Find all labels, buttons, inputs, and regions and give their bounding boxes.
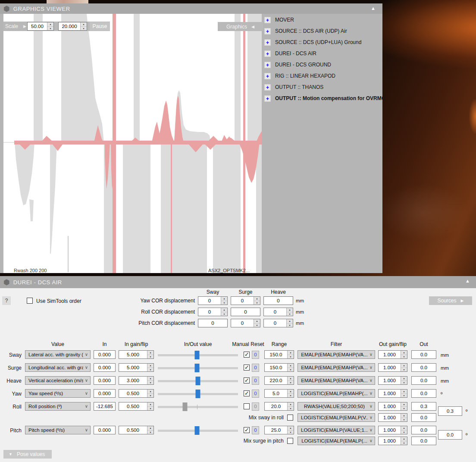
range-spinner[interactable]: 20.0▲▼ [264, 402, 294, 411]
scale-x-spinner[interactable]: 50.00 ▲▼ [27, 22, 54, 31]
spinner-arrows[interactable]: ▲▼ [254, 297, 260, 305]
yaw-cor-surge-spinner[interactable]: 0▲▼ [231, 296, 260, 305]
module-row-output-ovrmc[interactable]: +OUTPUT :: Motion compensation for OVRMC [264, 95, 385, 102]
slider-handle[interactable] [196, 390, 200, 398]
spinner-arrows[interactable]: ▲▼ [287, 377, 294, 384]
spinner-arrows[interactable]: ▲▼ [147, 377, 153, 384]
spinner-arrows[interactable]: ▲▼ [147, 390, 153, 397]
in-gain-spinner[interactable]: 3.000▲▼ [119, 376, 154, 385]
spinner-arrows[interactable]: ▲▼ [401, 351, 407, 358]
spinner-arrows[interactable]: ▲▼ [147, 364, 153, 371]
spinner-arrows[interactable]: ▲▼ [147, 426, 153, 434]
scale-y-spinner[interactable]: 20.000 ▲▼ [58, 22, 87, 31]
filter-select[interactable]: LOGISTIC(EMALP(EMALP(V...∨ [298, 413, 375, 422]
mix-checkbox[interactable] [287, 415, 293, 421]
in-gain-spinner[interactable]: 5.000▲▼ [119, 350, 154, 359]
manual-checkbox[interactable] [244, 403, 250, 409]
in-gain-spinner[interactable]: 0.500▲▼ [119, 389, 154, 398]
durei-panel-titlebar[interactable]: ⬢ DUREI - DCS AIR ▲ [0, 276, 476, 288]
inout-slider[interactable] [158, 363, 238, 373]
spinner-arrows[interactable]: ▲▼ [401, 426, 407, 434]
out-gain-spinner[interactable]: 1.000▲▼ [378, 389, 407, 398]
spinner-arrows[interactable]: ▲▼ [80, 22, 87, 30]
inout-slider[interactable] [158, 426, 238, 435]
spinner-arrows[interactable]: ▲▼ [401, 402, 407, 410]
filter-select[interactable]: LOGISTIC(EMALP(VALUE;1...∨ [298, 426, 375, 434]
roll-cor-sway-spinner[interactable]: 0▲▼ [198, 308, 228, 316]
filter-select[interactable]: LOGISTIC(EMALP(EMAHP(...∨ [298, 389, 375, 398]
filter-select[interactable]: LOGISTIC(EMALP(EMALP(...∨ [298, 437, 375, 445]
spinner-arrows[interactable]: ▲▼ [221, 308, 227, 316]
reset-button[interactable]: 0 [252, 364, 259, 372]
sources-button[interactable]: Sources ▶ [429, 296, 472, 305]
spinner-arrows[interactable]: ▲▼ [401, 377, 407, 384]
module-row-output-thanos[interactable]: +OUTPUT :: THANOS [264, 84, 323, 91]
spinner-arrows[interactable]: ▲▼ [287, 364, 294, 371]
help-button[interactable]: ? [2, 296, 11, 305]
slider-handle[interactable] [183, 402, 188, 411]
roll-cor-heave-spinner[interactable]: 0▲▼ [263, 308, 293, 316]
out-gain-spinner[interactable]: 1.000▲▼ [378, 402, 407, 411]
add-icon[interactable]: + [264, 62, 271, 68]
graphics-viewer-titlebar[interactable]: ⬢ GRAPHICS VIEWER ▲ [0, 3, 382, 14]
out-gain-spinner[interactable]: 1.000▲▼ [378, 376, 407, 385]
module-row-mover[interactable]: +MOVER [264, 16, 294, 23]
value-select[interactable]: Yaw speed (º/s)∨ [25, 389, 91, 398]
scale-arrow-icon[interactable]: ▶ [23, 24, 26, 28]
yaw-cor-sway-spinner[interactable]: 0▲▼ [198, 296, 228, 305]
slider-handle[interactable] [195, 364, 200, 372]
spinner-arrows[interactable]: ▲▼ [401, 364, 407, 371]
add-icon[interactable]: + [264, 50, 271, 57]
add-icon[interactable]: + [264, 28, 271, 35]
spinner-arrows[interactable]: ▲▼ [221, 297, 227, 305]
spinner-arrows[interactable]: ▲▼ [47, 22, 53, 30]
spinner-arrows[interactable]: ▲▼ [254, 319, 260, 327]
value-select[interactable]: Pitch speed (º/s)∨ [25, 426, 91, 434]
use-simtools-checkbox[interactable] [27, 298, 33, 304]
value-select[interactable]: Roll position (º)∨ [25, 402, 91, 411]
spinner-arrows[interactable]: ▲▼ [287, 402, 294, 410]
slider-handle[interactable] [196, 377, 200, 385]
filter-select[interactable]: EMALP(EMALP(EMAHP(VA...∨ [298, 350, 375, 359]
out-gain-spinner[interactable]: 1.000▲▼ [378, 413, 407, 422]
manual-checkbox[interactable] [244, 352, 250, 358]
spinner-arrows[interactable]: ▲▼ [147, 402, 153, 410]
reset-button[interactable]: 0 [252, 390, 259, 398]
pitch-cor-surge-spinner[interactable]: 0▲▼ [231, 319, 260, 327]
manual-checkbox[interactable] [244, 377, 250, 383]
in-gain-spinner[interactable]: 0.500▲▼ [119, 426, 154, 434]
in-gain-spinner[interactable]: 0.500▲▼ [119, 402, 154, 411]
slider-handle[interactable] [195, 351, 200, 359]
out-gain-spinner[interactable]: 1.000▲▼ [378, 363, 407, 372]
value-select[interactable]: Vertical acceleration (m/s²)∨ [25, 376, 91, 385]
slider-handle[interactable] [195, 426, 200, 435]
inout-slider[interactable] [158, 389, 238, 399]
spinner-arrows[interactable]: ▲▼ [401, 414, 407, 421]
mix-checkbox[interactable] [287, 438, 293, 444]
reset-button[interactable]: 0 [252, 377, 259, 385]
inout-slider[interactable] [158, 376, 238, 386]
filter-select[interactable]: EMALP(EMALP(EMAHP(VA...∨ [298, 363, 375, 372]
add-icon[interactable]: + [264, 17, 271, 23]
module-row-source-air[interactable]: +SOURCE :: DCS AIR (UDP) Air [264, 28, 347, 35]
range-spinner[interactable]: 150.0▲▼ [264, 350, 294, 359]
add-icon[interactable]: + [264, 84, 271, 91]
manual-checkbox[interactable] [244, 365, 250, 371]
spinner-arrows[interactable]: ▲▼ [401, 390, 407, 397]
pitch-cor-heave-spinner[interactable]: 0▲▼ [263, 319, 293, 327]
reset-button[interactable]: 0 [252, 351, 259, 359]
graphics-button[interactable]: Graphics ◀ [218, 22, 263, 31]
value-select[interactable]: Lateral acc. with gravity (m∨ [25, 350, 91, 359]
manual-checkbox[interactable] [244, 427, 250, 433]
add-icon[interactable]: + [264, 39, 271, 46]
range-spinner[interactable]: 150.0▲▼ [264, 363, 294, 372]
out-gain-spinner[interactable]: 1.000▲▼ [378, 350, 407, 359]
module-row-durei-ground[interactable]: +DUREI - DCS GROUND [264, 61, 331, 68]
add-icon[interactable]: + [264, 95, 271, 102]
module-row-source-ground[interactable]: +SOURCE :: DCS (UDP+LUA) Ground [264, 39, 361, 46]
module-row-rig[interactable]: +RIG :: LINEAR HEXAPOD [264, 72, 335, 79]
filter-select[interactable]: EMALP(EMALP(EMAHP(VA...∨ [298, 376, 375, 385]
range-spinner[interactable]: 220.0▲▼ [264, 376, 294, 385]
reset-button[interactable]: 0 [252, 402, 259, 411]
spinner-arrows[interactable]: ▲▼ [147, 351, 153, 358]
